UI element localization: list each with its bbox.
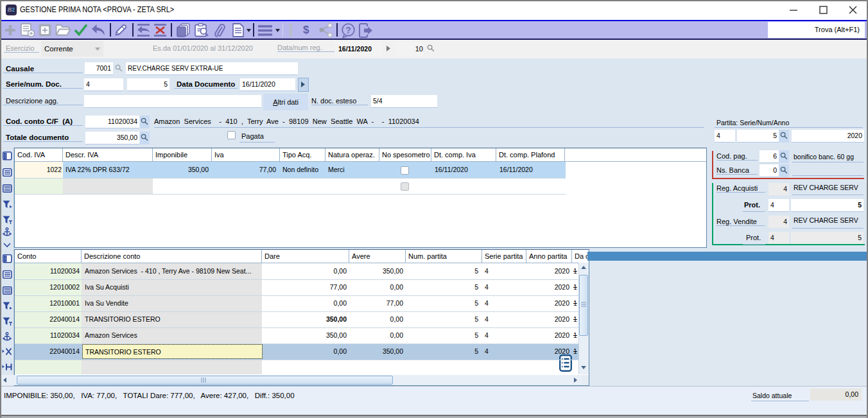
svg-text:?: ? [345, 25, 351, 35]
